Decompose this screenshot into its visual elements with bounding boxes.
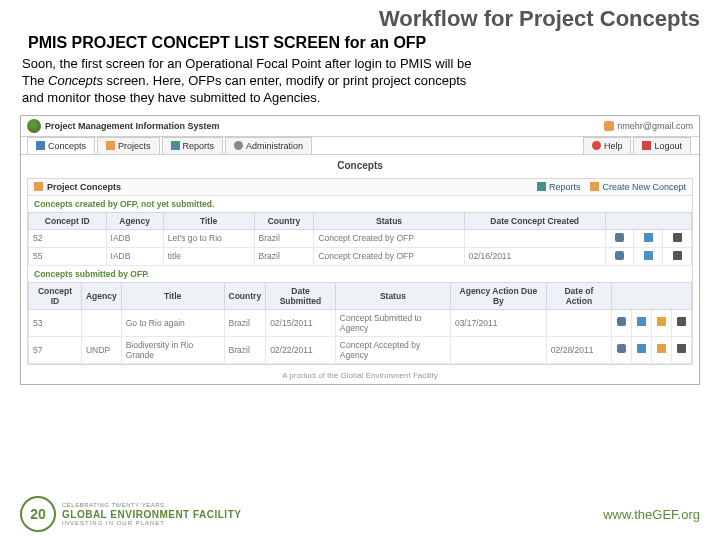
th-country: Country — [224, 282, 266, 309]
edit-icon[interactable] — [637, 317, 646, 326]
cell-title: Let's go to Rio — [163, 229, 254, 247]
cell-date-sub: 02/15/2011 — [266, 309, 336, 336]
tab-logout[interactable]: Logout — [633, 137, 691, 154]
create-label: Create New Concept — [602, 182, 686, 192]
user-icon — [604, 121, 614, 131]
th-title: Title — [163, 212, 254, 229]
alert-icon[interactable] — [657, 344, 666, 353]
gef-url: www.theGEF.org — [603, 507, 700, 522]
create-concept-link[interactable]: Create New Concept — [590, 182, 686, 192]
gef-line2: GLOBAL ENVIRONMENT FACILITY — [62, 509, 241, 520]
th-agency: Agency — [106, 212, 163, 229]
cell-date: 02/16/2011 — [464, 247, 605, 265]
mail-icon[interactable] — [677, 317, 686, 326]
tab-logout-label: Logout — [654, 141, 682, 151]
concepts-table-unsubmitted: Concept ID Agency Title Country Status D… — [28, 212, 692, 266]
body-line-2a: The — [22, 73, 48, 88]
cell-date-action — [546, 309, 611, 336]
cell-date-action: 02/28/2011 — [546, 336, 611, 363]
cell-id: 53 — [29, 309, 82, 336]
th-id: Concept ID — [29, 282, 82, 309]
view-icon[interactable] — [617, 344, 626, 353]
create-icon — [590, 182, 599, 191]
slide-title: Workflow for Project Concepts — [0, 0, 720, 34]
table-row: 55 IADB title Brazil Concept Created by … — [29, 247, 692, 265]
body-line-2c: screen. Here, OFPs can enter, modify or … — [103, 73, 466, 88]
th-actions — [611, 282, 691, 309]
th-action-due: Agency Action Due By — [450, 282, 546, 309]
panel-title: Project Concepts — [47, 182, 121, 192]
cell-country: Brazil — [224, 336, 266, 363]
panel-icon — [34, 182, 43, 191]
section-title: PMIS PROJECT CONCEPT LIST SCREEN for an … — [0, 34, 720, 54]
cell-action-due: 03/17/2011 — [450, 309, 546, 336]
th-actions — [605, 212, 691, 229]
app-header: Project Management Information System nm… — [21, 116, 699, 137]
cell-agency: IADB — [106, 247, 163, 265]
th-status: Status — [314, 212, 464, 229]
tab-admin[interactable]: Administration — [225, 137, 312, 154]
tab-reports-label: Reports — [183, 141, 215, 151]
view-icon[interactable] — [617, 317, 626, 326]
panel-reports-label: Reports — [549, 182, 581, 192]
cell-agency — [81, 309, 121, 336]
tab-concepts-label: Concepts — [48, 141, 86, 151]
body-line-2b: Concepts — [48, 73, 103, 88]
gef-line1: CELEBRATING TWENTY YEARS — [62, 502, 241, 509]
panel-reports-link[interactable]: Reports — [537, 182, 581, 192]
mail-icon[interactable] — [673, 251, 682, 260]
th-id: Concept ID — [29, 212, 107, 229]
view-icon[interactable] — [615, 251, 624, 260]
cell-title: Go to Rio again — [121, 309, 224, 336]
edit-icon[interactable] — [644, 233, 653, 242]
logout-icon — [642, 141, 651, 150]
cell-date-sub: 02/22/2011 — [266, 336, 336, 363]
tab-bar: Concepts Projects Reports Administration… — [21, 137, 699, 155]
concepts-icon — [36, 141, 45, 150]
tab-projects-label: Projects — [118, 141, 151, 151]
th-date-sub: Date Submitted — [266, 282, 336, 309]
cell-id: 55 — [29, 247, 107, 265]
user-email: nmehr@gmail.com — [617, 121, 693, 131]
cell-status: Concept Accepted by Agency — [335, 336, 450, 363]
cell-id: 57 — [29, 336, 82, 363]
table1-caption: Concepts created by OFP, not yet submitt… — [28, 196, 692, 212]
concepts-table-submitted: Concept ID Agency Title Country Date Sub… — [28, 282, 692, 364]
tab-concepts[interactable]: Concepts — [27, 137, 95, 154]
admin-icon — [234, 141, 243, 150]
slide-footer: 20 CELEBRATING TWENTY YEARS GLOBAL ENVIR… — [0, 496, 720, 532]
edit-icon[interactable] — [637, 344, 646, 353]
mail-icon[interactable] — [673, 233, 682, 242]
table-row: 53 Go to Rio again Brazil 02/15/2011 Con… — [29, 309, 692, 336]
th-country: Country — [254, 212, 314, 229]
tab-admin-label: Administration — [246, 141, 303, 151]
help-icon — [592, 141, 601, 150]
th-status: Status — [335, 282, 450, 309]
panel-reports-icon — [537, 182, 546, 191]
body-line-3: and monitor those they have submitted to… — [22, 90, 320, 105]
body-text: Soon, the first screen for an Operationa… — [0, 54, 720, 113]
panel-header: Project Concepts Reports Create New Conc… — [28, 179, 692, 196]
reports-icon — [171, 141, 180, 150]
edit-icon[interactable] — [644, 251, 653, 260]
pmis-screenshot: Project Management Information System nm… — [20, 115, 700, 385]
mail-icon[interactable] — [677, 344, 686, 353]
cell-country: Brazil — [254, 229, 314, 247]
tab-projects[interactable]: Projects — [97, 137, 160, 154]
cell-title: title — [163, 247, 254, 265]
tab-reports[interactable]: Reports — [162, 137, 224, 154]
tab-help[interactable]: Help — [583, 137, 632, 154]
cell-action-due — [450, 336, 546, 363]
alert-icon[interactable] — [657, 317, 666, 326]
tab-help-label: Help — [604, 141, 623, 151]
cell-country: Brazil — [254, 247, 314, 265]
view-icon[interactable] — [615, 233, 624, 242]
concepts-panel: Project Concepts Reports Create New Conc… — [27, 178, 693, 365]
body-line-1: Soon, the first screen for an Operationa… — [22, 56, 471, 71]
cell-id: 52 — [29, 229, 107, 247]
cell-status: Concept Created by OFP — [314, 247, 464, 265]
cell-status: Concept Created by OFP — [314, 229, 464, 247]
cell-date — [464, 229, 605, 247]
globe-icon — [27, 119, 41, 133]
th-agency: Agency — [81, 282, 121, 309]
